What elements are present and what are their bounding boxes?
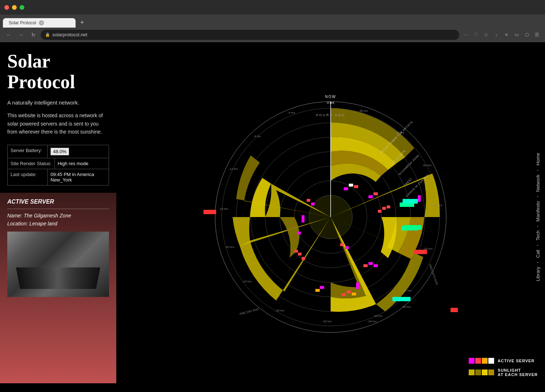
svg-rect-21 — [368, 195, 373, 198]
refresh-button[interactable]: ↻ — [28, 30, 39, 40]
svg-rect-15 — [203, 210, 216, 214]
svg-text:0 hrs: 0 hrs — [327, 101, 335, 105]
sidebar-icon[interactable]: ▭ — [512, 30, 521, 39]
svg-rect-14 — [356, 282, 359, 289]
extension-icon[interactable]: ⬡ — [522, 30, 531, 39]
location-value-text: Lenape land — [29, 221, 57, 226]
bookmark-heart-icon[interactable]: ♡ — [472, 30, 480, 39]
lock-icon: 🔒 — [45, 32, 50, 37]
svg-rect-33 — [352, 293, 356, 295]
nav-call[interactable]: Call — [535, 250, 541, 258]
color-yellow4 — [488, 369, 494, 375]
svg-text:-40 hrs: -40 hrs — [374, 314, 383, 318]
color-yellow2 — [475, 369, 481, 375]
minimize-button[interactable] — [12, 5, 17, 10]
svg-rect-30 — [374, 264, 378, 267]
svg-rect-42 — [403, 199, 418, 204]
svg-text:-44 hrs: -44 hrs — [403, 289, 412, 292]
svg-rect-37 — [298, 253, 302, 256]
tab-bar: Solar Protocol × + — [0, 15, 545, 28]
address-bar[interactable]: 🔒 solarprotocol.net — [41, 30, 459, 40]
update-row: Last update: 09:45 PM in America New_Yor… — [8, 169, 109, 185]
forward-button[interactable]: → — [16, 30, 26, 40]
star-icon[interactable]: ☆ — [482, 30, 490, 39]
svg-text:-20 hrs: -20 hrs — [225, 245, 234, 249]
new-tab-button[interactable]: + — [77, 17, 87, 28]
server-name: Name: The Gilgamesh Zone — [7, 213, 109, 219]
titlebar — [0, 0, 545, 15]
nav-library[interactable]: Library — [535, 267, 541, 281]
render-value: High res mode — [55, 158, 92, 169]
server-location: Location: Lenape land — [7, 221, 109, 226]
color-red — [475, 358, 481, 364]
sunlight-colors — [469, 369, 494, 375]
toolbar-icons: ··· ♡ ☆ ↓ ≡ ▭ ⬡ ☰ — [461, 30, 541, 39]
browser-chrome: Solar Protocol × + ← → ↻ 🔒 solarprotocol… — [0, 0, 545, 42]
tab-close-button[interactable]: × — [39, 20, 44, 25]
library-icon[interactable]: ≡ — [502, 30, 511, 39]
browser-toolbar: ← → ↻ 🔒 solarprotocol.net ··· ♡ ☆ ↓ ≡ ▭ … — [0, 28, 545, 42]
svg-text:-68 hrs: -68 hrs — [359, 109, 368, 113]
svg-rect-26 — [345, 246, 349, 249]
svg-rect-11 — [392, 297, 411, 301]
back-button[interactable]: ← — [4, 30, 14, 40]
nav-tech[interactable]: Tech — [535, 230, 541, 240]
nav-manifesto[interactable]: Manifesto — [535, 201, 541, 221]
svg-text:-56 hrs: -56 hrs — [433, 204, 443, 207]
svg-rect-19 — [349, 184, 353, 187]
color-yellow1 — [469, 369, 475, 375]
nav-dot-3: • — [537, 224, 538, 228]
battery-display: 48.0% — [51, 148, 69, 155]
svg-text:-28 hrs: -28 hrs — [275, 309, 284, 312]
svg-rect-39 — [297, 232, 301, 234]
svg-rect-32 — [347, 290, 351, 293]
right-nav: Home • Network • Manifesto • Tech • Call… — [530, 42, 545, 392]
active-server-legend-label: ACTIVE SERVER — [498, 359, 534, 363]
svg-text:-24 hrs: -24 hrs — [243, 280, 252, 283]
svg-rect-29 — [368, 262, 373, 265]
svg-text:-8 hrs: -8 hrs — [254, 135, 261, 138]
nav-home[interactable]: Home — [535, 153, 541, 166]
radar-visualization: NOW 0 hrs HOURS AGO -4 hrs -8 hrs -12 hr… — [203, 90, 458, 344]
browser-tab[interactable]: Solar Protocol × — [3, 18, 76, 28]
svg-text:-32 hrs: -32 hrs — [323, 320, 332, 323]
nav-dot-4: • — [537, 244, 538, 247]
maximize-button[interactable] — [20, 5, 24, 10]
svg-rect-43 — [404, 225, 421, 230]
name-label-text: Name: — [7, 213, 22, 219]
menu-button[interactable]: ☰ — [533, 30, 541, 39]
active-server-title: ACTIVE SERVER — [7, 199, 109, 205]
close-button[interactable] — [4, 5, 9, 10]
site-title: Solar Protocol — [7, 51, 109, 92]
tagline: A naturally intelligent network. — [7, 99, 109, 106]
nav-dot-1: • — [537, 168, 538, 172]
main-area: NOW 0 hrs HOURS AGO -4 hrs -8 hrs -12 hr… — [116, 42, 545, 392]
battery-row: Server Battery: 48.0% — [8, 145, 109, 158]
svg-rect-35 — [315, 289, 320, 292]
nav-network[interactable]: Network — [535, 175, 541, 192]
svg-rect-23 — [378, 210, 382, 213]
server-divider — [7, 209, 109, 209]
more-button[interactable]: ··· — [461, 30, 470, 39]
svg-text:-16 hrs: -16 hrs — [219, 207, 228, 211]
url-display: solarprotocol.net — [52, 32, 87, 37]
svg-rect-27 — [340, 243, 344, 246]
update-label: Last update: — [8, 169, 48, 185]
battery-value: 48.0% — [48, 145, 72, 158]
render-label: Site Render Status: — [8, 158, 55, 169]
svg-rect-18 — [344, 187, 348, 190]
svg-text:-4 hrs: -4 hrs — [288, 111, 295, 114]
server-image — [7, 232, 109, 297]
svg-rect-41 — [307, 199, 310, 202]
download-icon[interactable]: ↓ — [492, 30, 501, 39]
svg-rect-25 — [387, 205, 390, 208]
active-server-legend: ACTIVE SERVER — [469, 358, 538, 364]
svg-rect-28 — [363, 264, 368, 267]
svg-text:-12 hrs: -12 hrs — [229, 167, 238, 171]
sunlight-legend: SUNLIGHTAT EACH SERVER — [469, 368, 538, 377]
color-yellow3 — [482, 369, 488, 375]
svg-rect-40 — [311, 203, 315, 205]
color-orange — [482, 358, 488, 364]
svg-text:NOW: NOW — [325, 95, 336, 99]
update-value: 09:45 PM in America New_York — [48, 169, 109, 185]
